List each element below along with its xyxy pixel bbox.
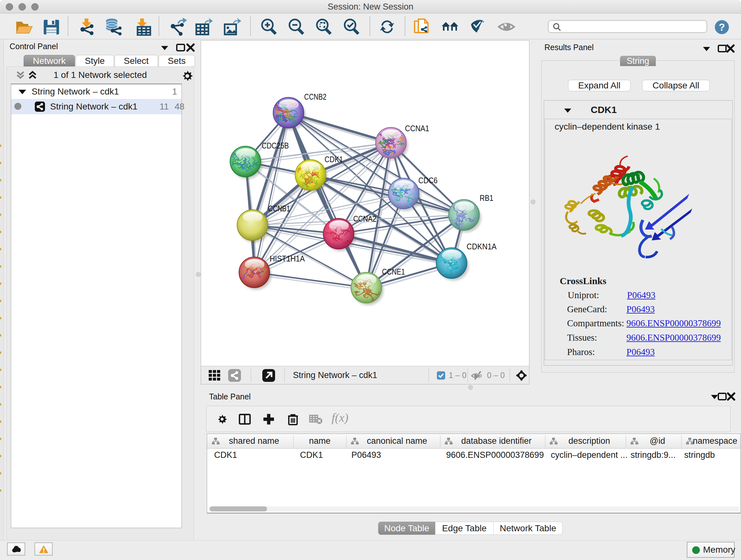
svg-text:CDKN1A: CDKN1A <box>467 242 497 251</box>
svg-text:CCNE1: CCNE1 <box>382 267 405 276</box>
svg-text:CDC25B: CDC25B <box>262 141 289 150</box>
svg-text:?: ? <box>719 21 725 33</box>
svg-text:CDK1: CDK1 <box>325 154 343 164</box>
svg-text:RB1: RB1 <box>480 193 493 203</box>
svg-text:CCNA2: CCNA2 <box>353 214 376 224</box>
svg-text:CCNA1: CCNA1 <box>405 124 429 133</box>
svg-text:CCNB1: CCNB1 <box>268 204 290 213</box>
svg-text:CDC6: CDC6 <box>418 176 437 185</box>
svg-text:HIST1H1A: HIST1H1A <box>270 254 305 263</box>
svg-text:CCNB2: CCNB2 <box>304 92 327 102</box>
